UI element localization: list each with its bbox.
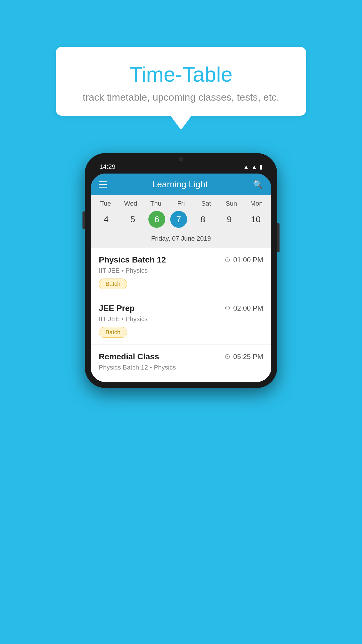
- day-mon: Mon: [246, 200, 267, 207]
- item-time-3: ⏲ 05:25 PM: [224, 353, 263, 361]
- item-sub-2: IIT JEE • Physics: [99, 315, 263, 323]
- day-fri: Fri: [170, 200, 192, 207]
- date-8[interactable]: 8: [192, 211, 214, 228]
- clock-icon-3: ⏲: [224, 353, 231, 360]
- date-9[interactable]: 9: [219, 211, 240, 228]
- speech-bubble-container: Time-Table track timetable, upcoming cla…: [56, 47, 306, 130]
- date-7-selected[interactable]: 7: [170, 211, 187, 228]
- item-time-1: ⏲ 01:00 PM: [224, 256, 263, 264]
- item-name-2: JEE Prep: [99, 304, 135, 313]
- battery-icon: ▮: [259, 163, 263, 170]
- batch-badge-1: Batch: [99, 279, 127, 289]
- item-sub-3: Physics Batch 12 • Physics: [99, 364, 263, 371]
- signal-icon: ▲: [251, 164, 257, 170]
- phone-screen: Learning Light 🔍 Tue Wed Thu Fri Sat Sun…: [91, 174, 271, 382]
- app-header: Learning Light 🔍: [91, 174, 271, 195]
- day-wed: Wed: [120, 200, 141, 207]
- date-4[interactable]: 4: [95, 211, 117, 228]
- time-value-3: 05:25 PM: [233, 353, 263, 361]
- search-icon[interactable]: 🔍: [253, 180, 263, 189]
- phone-mockup: 14:29 ▲ ▲ ▮ Learning Light 🔍 Tue Wed: [85, 153, 277, 388]
- page-subtitle: track timetable, upcoming classes, tests…: [73, 92, 289, 103]
- calendar-strip: Tue Wed Thu Fri Sat Sun Mon 4 5 6 7 8 9 …: [91, 195, 271, 248]
- batch-badge-2: Batch: [99, 327, 127, 338]
- schedule-list: Physics Batch 12 ⏲ 01:00 PM IIT JEE • Ph…: [91, 248, 271, 382]
- status-bar: 14:29 ▲ ▲ ▮: [91, 159, 271, 171]
- clock-icon-2: ⏲: [224, 304, 231, 312]
- item-header-1: Physics Batch 12 ⏲ 01:00 PM: [99, 255, 263, 265]
- page-title: Time-Table: [73, 62, 289, 86]
- hamburger-menu[interactable]: [99, 181, 107, 188]
- camera: [179, 157, 183, 162]
- date-10[interactable]: 10: [245, 211, 266, 228]
- item-header-2: JEE Prep ⏲ 02:00 PM: [99, 304, 263, 313]
- date-6-today[interactable]: 6: [148, 211, 165, 228]
- volume-button: [82, 211, 85, 229]
- day-sun: Sun: [221, 200, 242, 207]
- app-title: Learning Light: [152, 179, 208, 189]
- time-value-1: 01:00 PM: [233, 256, 263, 264]
- selected-date-label: Friday, 07 June 2019: [91, 232, 271, 248]
- schedule-item-physics-batch[interactable]: Physics Batch 12 ⏲ 01:00 PM IIT JEE • Ph…: [91, 248, 271, 296]
- item-name-3: Remedial Class: [99, 352, 159, 361]
- item-name-1: Physics Batch 12: [99, 255, 166, 265]
- speech-bubble: Time-Table track timetable, upcoming cla…: [56, 47, 306, 116]
- time-value-2: 02:00 PM: [233, 304, 263, 312]
- item-time-2: ⏲ 02:00 PM: [224, 304, 263, 312]
- date-5[interactable]: 5: [122, 211, 143, 228]
- schedule-item-remedial[interactable]: Remedial Class ⏲ 05:25 PM Physics Batch …: [91, 344, 271, 382]
- power-button: [277, 223, 280, 252]
- day-thu: Thu: [145, 200, 167, 207]
- day-tue: Tue: [95, 200, 116, 207]
- status-time: 14:29: [99, 163, 115, 171]
- day-names-row: Tue Wed Thu Fri Sat Sun Mon: [91, 195, 271, 210]
- day-sat: Sat: [195, 200, 217, 207]
- phone-notch: [169, 153, 193, 163]
- schedule-item-jee-prep[interactable]: JEE Prep ⏲ 02:00 PM IIT JEE • Physics Ba…: [91, 296, 271, 344]
- speech-bubble-tail: [171, 116, 191, 130]
- day-numbers-row: 4 5 6 7 8 9 10: [91, 210, 271, 232]
- wifi-icon: ▲: [243, 164, 249, 170]
- status-icons: ▲ ▲ ▮: [243, 163, 263, 170]
- item-header-3: Remedial Class ⏲ 05:25 PM: [99, 352, 263, 361]
- clock-icon-1: ⏲: [224, 256, 231, 264]
- item-sub-1: IIT JEE • Physics: [99, 267, 263, 274]
